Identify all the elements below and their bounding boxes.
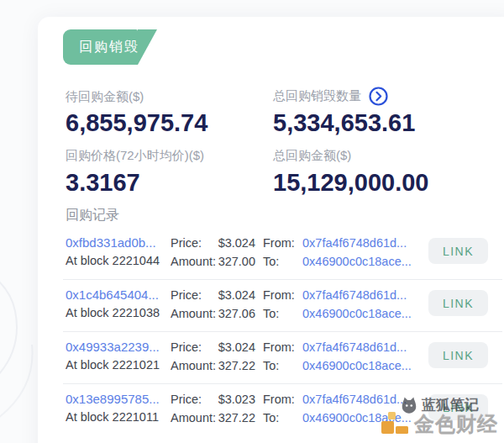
tx-hash-link[interactable]: 0x49933a2239... [66,340,160,354]
buyback-price-value: 3.3167 [66,169,140,197]
amount-field: Amount: 327.06 [171,307,255,320]
total-burned-label-row: 总回购销毁数量 [273,87,388,106]
row-divider [63,383,502,384]
from-address-link[interactable]: 0x7fa4f6748d61d... [302,288,407,302]
amount-value: 327.00 [218,255,255,268]
to-address-link[interactable]: 0x46900c0c18ace... [302,255,412,268]
price-label: Price: [171,236,202,250]
tx-block: At block 2221011 [66,410,159,424]
from-label: From: [263,288,295,302]
to-address-link[interactable]: 0x46900c0c18ace... [302,307,412,320]
from-label: From: [263,340,295,354]
link-button[interactable]: LINK [428,342,488,368]
total-buyback-label: 总回购金额($) [273,148,351,164]
amount-label: Amount: [171,359,216,372]
tx-block: At block 2221038 [66,306,160,319]
tx-hash-link[interactable]: 0xfbd331ad0b... [66,235,156,250]
to-address-link[interactable]: 0x46900c0c18ace... [302,359,412,372]
price-label: Price: [171,393,202,406]
row-divider [63,331,502,332]
amount-value: 327.22 [218,411,255,425]
tx-hash-link[interactable]: 0x13e8995785... [66,392,160,406]
to-label: To: [263,255,279,268]
records-title: 回购记录 [66,207,119,224]
from-address-link[interactable]: 0x7fa4f6748d61d... [302,393,407,406]
price-field: Price: $3.024 [171,340,255,354]
to-label: To: [263,307,279,320]
link-button[interactable]: LINK [428,290,488,316]
amount-value: 327.06 [218,307,255,320]
tx-block: At block 2221044 [66,254,160,267]
amount-label: Amount: [171,411,216,425]
price-value: $3.023 [218,393,255,406]
price-field: Price: $3.024 [171,288,255,302]
price-value: $3.024 [218,340,255,354]
link-button[interactable]: LINK [428,238,488,264]
jinse-watermark-label: 金色财经 [414,411,498,438]
price-value: $3.024 [218,236,255,250]
record-row: 0x49933a2239... At block 2221021 Price: … [0,335,504,388]
amount-label: Amount: [171,255,216,268]
chevron-right-circle-icon[interactable] [369,87,388,106]
from-label: From: [263,236,295,250]
badge-ribbon-tail [138,29,157,65]
total-burned-label: 总回购销毁数量 [273,88,361,104]
to-label: To: [263,411,279,425]
pending-amount-value: 6,855,975.74 [66,109,207,137]
total-burned-value: 5,334,653.61 [273,109,415,137]
jinse-logo-icon [378,407,412,440]
buyback-burn-panel: 回购销毁 待回购金额($) 6,855,975.74 回购价格(72小时均价)(… [0,0,504,443]
amount-value: 327.22 [218,359,255,372]
from-address-link[interactable]: 0x7fa4f6748d61d... [302,340,407,354]
from-address-link[interactable]: 0x7fa4f6748d61d... [302,236,407,250]
total-buyback-value: 15,129,000.00 [273,169,428,197]
price-label: Price: [171,288,202,302]
tx-hash-link[interactable]: 0x1c4b645404... [66,287,159,302]
from-label: From: [263,393,295,406]
price-field: Price: $3.023 [171,393,255,406]
badge-label: 回购销毁 [79,29,139,65]
amount-field: Amount: 327.22 [171,359,255,372]
amount-field: Amount: 327.00 [171,255,255,268]
price-value: $3.024 [218,288,255,302]
buyback-price-label: 回购价格(72小时均价)($) [66,148,204,164]
to-label: To: [263,359,279,372]
tx-block: At block 2221021 [66,358,160,372]
price-label: Price: [171,340,202,354]
row-divider [63,279,502,280]
record-row: 0xfbd331ad0b... At block 2221044 Price: … [0,231,504,283]
amount-label: Amount: [171,307,216,320]
amount-field: Amount: 327.22 [171,411,255,425]
pending-amount-label: 待回购金额($) [66,89,144,105]
record-row: 0x1c4b645404... At block 2221038 Price: … [0,283,504,335]
price-field: Price: $3.024 [171,236,255,250]
jinse-watermark: 金色财经 [378,407,498,440]
